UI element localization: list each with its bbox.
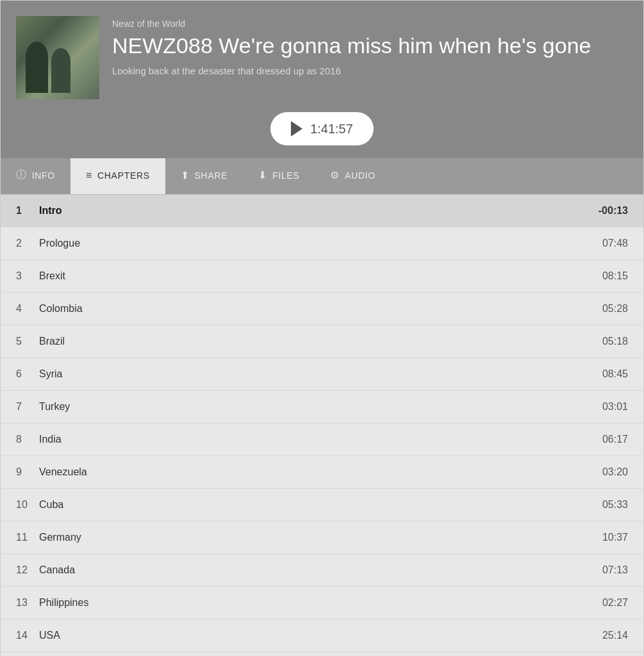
- audio-icon: ⚙: [330, 169, 340, 181]
- chapter-time: 07:48: [602, 238, 628, 249]
- chapter-time: 10:37: [602, 532, 628, 543]
- chapter-number: 11: [16, 532, 39, 543]
- chapter-time: 08:45: [602, 368, 628, 380]
- chapter-time: 07:13: [602, 564, 628, 576]
- chapter-row[interactable]: 13Philippines02:27: [1, 587, 643, 619]
- chapter-time: 06:17: [602, 434, 628, 445]
- podcast-description: Looking back at the desaster that dresse…: [112, 65, 628, 76]
- chapter-number: 10: [16, 499, 39, 511]
- chapters-list: 1Intro-00:132Prologue07:483Brexit08:154C…: [1, 195, 643, 656]
- tab-files[interactable]: ⬇ FILES: [243, 158, 315, 194]
- chapter-number: 4: [16, 303, 39, 315]
- chapter-name: India: [39, 434, 602, 445]
- chapter-row[interactable]: 8India06:17: [1, 423, 643, 456]
- chapter-time: 25:14: [602, 630, 628, 641]
- chapter-name: Philippines: [39, 597, 602, 609]
- chapter-row[interactable]: 15Epilogue02:22: [1, 652, 643, 656]
- chapter-number: 13: [16, 597, 39, 609]
- chapter-time: -00:13: [599, 205, 628, 217]
- tab-chapters[interactable]: ≡ CHAPTERS: [70, 158, 165, 194]
- chapter-row[interactable]: 4Colombia05:28: [1, 293, 643, 325]
- play-duration: 1:41:57: [310, 122, 353, 136]
- chapter-name: Prologue: [39, 238, 602, 249]
- header-info: Newz of the World NEWZ088 We're gonna mi…: [112, 16, 628, 76]
- chapter-time: 08:15: [602, 270, 628, 282]
- podcast-title: NEWZ088 We're gonna miss him when he's g…: [112, 33, 628, 59]
- play-button[interactable]: 1:41:57: [270, 112, 374, 145]
- chapter-row[interactable]: 12Canada07:13: [1, 554, 643, 587]
- tab-info-label: INFO: [32, 170, 55, 181]
- podcast-show: Newz of the World: [112, 19, 628, 29]
- play-icon: [291, 121, 302, 136]
- chapters-icon: ≡: [86, 170, 92, 181]
- chapter-number: 8: [16, 434, 39, 445]
- chapter-row[interactable]: 5Brazil05:18: [1, 325, 643, 358]
- chapter-name: Venezuela: [39, 466, 602, 478]
- chapter-name: Colombia: [39, 303, 602, 315]
- chapter-name: Brexit: [39, 270, 602, 282]
- chapter-time: 05:18: [602, 336, 628, 347]
- podcast-header: Newz of the World NEWZ088 We're gonna mi…: [1, 1, 643, 158]
- chapter-time: 02:27: [602, 597, 628, 609]
- chapter-time: 05:28: [602, 303, 628, 315]
- chapter-row[interactable]: 2Prologue07:48: [1, 227, 643, 260]
- chapter-number: 12: [16, 564, 39, 576]
- chapter-row[interactable]: 6Syria08:45: [1, 358, 643, 391]
- chapter-number: 14: [16, 630, 39, 641]
- chapter-name: Canada: [39, 564, 602, 576]
- chapter-number: 2: [16, 238, 39, 249]
- chapter-number: 5: [16, 336, 39, 347]
- header-top: Newz of the World NEWZ088 We're gonna mi…: [16, 16, 628, 99]
- chapter-time: 03:20: [602, 466, 628, 478]
- chapter-name: Intro: [39, 205, 599, 217]
- chapter-row[interactable]: 9Venezuela03:20: [1, 456, 643, 489]
- chapter-name: Brazil: [39, 336, 602, 347]
- thumbnail-image: [16, 16, 99, 99]
- chapter-row[interactable]: 10Cuba05:33: [1, 489, 643, 521]
- share-icon: ⬆: [181, 169, 190, 181]
- chapter-row[interactable]: 11Germany10:37: [1, 521, 643, 554]
- chapter-name: Cuba: [39, 499, 602, 511]
- chapter-name: Syria: [39, 368, 602, 380]
- tab-audio[interactable]: ⚙ AUDIO: [315, 158, 391, 194]
- chapter-row[interactable]: 3Brexit08:15: [1, 260, 643, 293]
- tab-share[interactable]: ⬆ SHARE: [165, 158, 243, 194]
- chapter-row[interactable]: 14USA25:14: [1, 619, 643, 652]
- podcast-thumbnail: [16, 16, 99, 99]
- chapter-name: Turkey: [39, 401, 602, 413]
- chapter-row[interactable]: 1Intro-00:13: [1, 195, 643, 227]
- chapter-name: USA: [39, 630, 602, 641]
- chapter-number: 6: [16, 368, 39, 380]
- chapter-number: 1: [16, 205, 39, 217]
- podcast-player: Newz of the World NEWZ088 We're gonna mi…: [0, 0, 644, 656]
- tab-info[interactable]: ⓘ INFO: [1, 158, 70, 194]
- chapter-number: 7: [16, 401, 39, 413]
- play-area: 1:41:57: [16, 112, 628, 145]
- tab-share-label: SHARE: [195, 170, 228, 181]
- chapter-name: Germany: [39, 532, 602, 543]
- tab-audio-label: AUDIO: [345, 170, 376, 181]
- files-icon: ⬇: [258, 169, 267, 181]
- info-icon: ⓘ: [16, 168, 27, 182]
- tabs-bar: ⓘ INFO ≡ CHAPTERS ⬆ SHARE ⬇ FILES ⚙ AUDI…: [1, 158, 643, 195]
- chapter-number: 3: [16, 270, 39, 282]
- chapter-time: 05:33: [602, 499, 628, 511]
- chapter-time: 03:01: [602, 401, 628, 413]
- chapter-row[interactable]: 7Turkey03:01: [1, 391, 643, 423]
- tab-files-label: FILES: [272, 170, 299, 181]
- tab-chapters-label: CHAPTERS: [97, 170, 150, 181]
- chapter-number: 9: [16, 466, 39, 478]
